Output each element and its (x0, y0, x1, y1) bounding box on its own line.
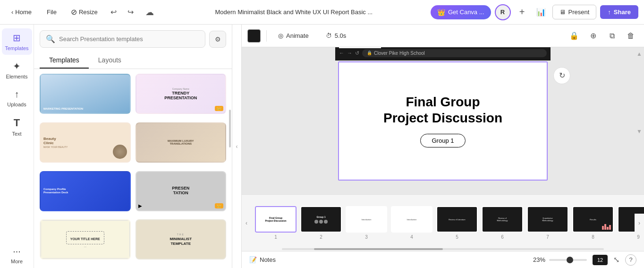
chevron-left-icon: ‹ (11, 9, 13, 16)
sidebar-item-templates[interactable]: ⊞ Templates (2, 28, 32, 55)
refresh-button[interactable]: ↻ (553, 67, 570, 84)
sidebar-item-more[interactable]: ··· More (2, 242, 32, 268)
crown-badge: 👑 (215, 106, 223, 111)
file-label: File (47, 9, 57, 16)
duration-button[interactable]: ⏱ 5.0s (320, 29, 352, 42)
slide-thumb-2[interactable]: Group 1 2 (300, 206, 342, 240)
elements-icon: ✦ (13, 61, 21, 72)
slide-thumb-preview-1[interactable]: Final GroupProject Discussion (255, 206, 297, 233)
slide-thumb-5[interactable]: Review of Literature 5 (436, 206, 478, 240)
zoom-percent: 23% (533, 256, 545, 263)
slide-thumb-1[interactable]: Final GroupProject Discussion 1 (255, 206, 297, 240)
template-card-company[interactable]: Company ProfilePresentation Deck (40, 171, 131, 211)
redo-button[interactable]: ↪ (123, 5, 138, 20)
sidebar-item-uploads[interactable]: ↑ Uploads (2, 85, 32, 111)
template-card-beauty[interactable]: BeautyClinic MASK YOUR BEAUTY (40, 122, 131, 163)
slide-canvas[interactable]: Title Page ✕ + ← → ↺ 🔒 Clover Pike High … (338, 61, 548, 181)
browser-url-text: Clover Pike High School (374, 51, 425, 56)
crown-icon: 👑 (437, 9, 445, 16)
template-card-title-here[interactable]: YOUR TITLE HERE ⋯ (40, 219, 131, 259)
slide-thumb-preview-7[interactable]: QuantitativeMethodology (527, 206, 568, 233)
zoom-control: 23% (533, 256, 587, 263)
template-card-minimalist[interactable]: THE MINIMALISTTEMPLATE (136, 219, 227, 259)
reload-button[interactable]: ↺ (355, 50, 359, 56)
color-swatch[interactable] (247, 29, 261, 43)
slide-thumb-preview-8[interactable]: Results (572, 206, 614, 233)
slide-thumb-6[interactable]: Review ofMethodology 6 (482, 206, 523, 240)
slide-subtitle: Group 1 (420, 134, 466, 147)
uploads-icon: ↑ (15, 89, 19, 100)
animate-icon: ◎ (278, 32, 283, 39)
panel-collapse-button[interactable]: ‹ (232, 25, 242, 268)
slide-thumb-3[interactable]: Introduction 3 (346, 206, 387, 240)
slide-thumb-preview-2[interactable]: Group 1 (300, 206, 342, 233)
slides-strip: ‹ Final GroupProject Discussion 1 Group … (242, 194, 644, 251)
scroll-up-button[interactable]: ▲ (636, 49, 642, 58)
canvas-workspace[interactable]: ▲ Title Page ✕ + ← → (242, 47, 644, 194)
browser-url-bar[interactable]: 🔒 Clover Pike High School (362, 49, 547, 57)
help-button[interactable]: ? (625, 254, 636, 266)
sidebar-item-elements[interactable]: ✦ Elements (2, 57, 32, 83)
tab-templates[interactable]: Templates (40, 52, 89, 69)
strip-expand-right[interactable]: › (635, 214, 644, 233)
chevron-left-icon2: ‹ (236, 143, 238, 150)
lock-button[interactable]: 🔒 (567, 28, 582, 43)
search-icon: 🔍 (46, 35, 55, 43)
elements-label: Elements (6, 74, 28, 79)
sidebar-item-text[interactable]: T Text (2, 113, 32, 140)
slide-thumb-preview-6[interactable]: Review ofMethodology (482, 206, 523, 233)
home-button[interactable]: ‹ Home (6, 6, 37, 18)
slide-number-1: 1 (274, 234, 277, 240)
top-bar-right: 👑 Get Canva ... R + 📊 🖥 Present ↑ Share (431, 4, 638, 20)
cloud-save-button[interactable]: ☁ (142, 5, 157, 20)
page-indicator[interactable]: 12 (593, 255, 608, 265)
search-input[interactable] (59, 35, 199, 43)
undo-button[interactable]: ↩ (106, 5, 121, 20)
add-button[interactable]: + (515, 5, 530, 20)
strip-expand-left[interactable]: ‹ (242, 214, 251, 233)
slide-thumb-8[interactable]: Results 8 (572, 206, 614, 240)
expand-button[interactable]: ⤡ (613, 255, 619, 264)
copy-button[interactable]: ⧉ (604, 28, 619, 43)
slide-number-3: 3 (365, 234, 368, 240)
template-card-trendy[interactable]: Company Name TRENDYPRESENTATION 👑 (136, 74, 227, 114)
canvas-area: ◎ Animate ⏱ 5.0s 🔒 ⊕ ⧉ 🗑 ▲ (242, 25, 644, 268)
filter-button[interactable]: ⚙ (209, 31, 226, 48)
present-button[interactable]: 🖥 Present (552, 5, 597, 19)
back-button[interactable]: ← (339, 50, 344, 56)
add-page-button[interactable]: ⊕ (585, 28, 601, 43)
slide-thumb-preview-5[interactable]: Review of Literature (436, 206, 478, 233)
analytics-button[interactable]: 📊 (534, 5, 549, 20)
tab-layouts[interactable]: Layouts (89, 52, 131, 69)
top-bar: ‹ Home File ⊘ Resize ↩ ↪ ☁ Modern Minima… (0, 0, 644, 25)
slide-thumb-7[interactable]: QuantitativeMethodology 7 (527, 206, 568, 240)
get-canva-button[interactable]: 👑 Get Canva ... (431, 5, 491, 19)
template-card-presentation[interactable]: PRESENTATION ▶ 👑 (136, 171, 227, 211)
toolbar-icons: 🔒 ⊕ ⧉ 🗑 (567, 28, 638, 43)
share-button[interactable]: ↑ Share (600, 5, 638, 19)
slide-thumb-preview-3[interactable]: Introduction (346, 206, 387, 233)
notes-button[interactable]: 📝 Notes (249, 256, 276, 263)
file-button[interactable]: File (41, 6, 62, 18)
notes-label: Notes (260, 256, 276, 263)
forward-button[interactable]: → (347, 50, 352, 56)
template-card-jewelry[interactable]: MAXIMUM LUXURYTRANSLATIONS (136, 122, 227, 163)
slide-thumb-preview-4[interactable]: Introduction (391, 206, 432, 233)
scroll-down-button[interactable]: ▼ (636, 127, 642, 135)
search-input-wrap[interactable]: 🔍 (40, 30, 205, 48)
animate-button[interactable]: ◎ Animate (272, 29, 314, 42)
avatar-button[interactable]: R (495, 4, 511, 20)
template-card-marketing[interactable]: MARKETING PRESENTATION (40, 74, 131, 114)
zoom-slider[interactable] (549, 259, 587, 261)
slide-number-6: 6 (501, 234, 504, 240)
slide-number-4: 4 (410, 234, 413, 240)
nav-icons: ↩ ↪ (106, 5, 138, 20)
slide-thumb-4[interactable]: Introduction 4 (391, 206, 432, 240)
notes-icon: 📝 (249, 256, 257, 263)
animate-label: Animate (286, 32, 309, 39)
template-panel: 🔍 ⚙ Templates Layouts MARKETING PRESENTA… (34, 25, 232, 268)
delete-button[interactable]: 🗑 (623, 28, 638, 43)
crown-badge-2: 👑 (215, 203, 223, 208)
resize-button[interactable]: ⊘ Resize (66, 5, 102, 19)
icon-sidebar: ⊞ Templates ✦ Elements ↑ Uploads T Text … (0, 25, 34, 268)
